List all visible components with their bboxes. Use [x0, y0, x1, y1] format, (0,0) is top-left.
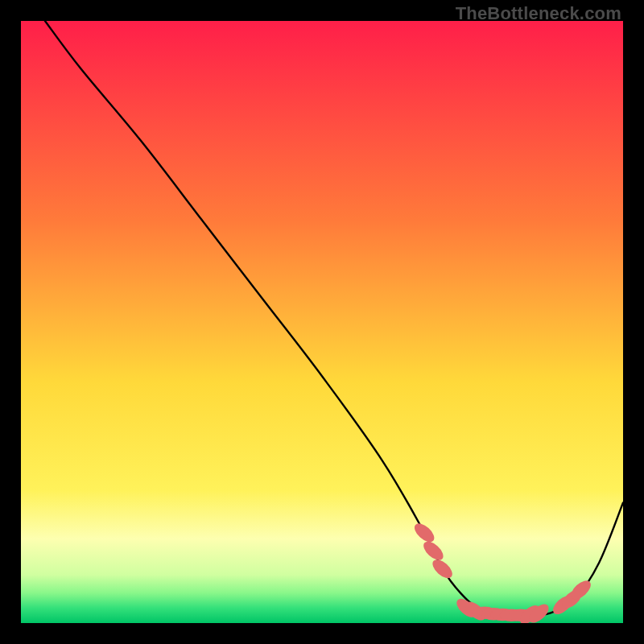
- plot-svg: [21, 21, 623, 623]
- gradient-background: [21, 21, 623, 623]
- plot-area: [21, 21, 623, 623]
- watermark-label: TheBottleneck.com: [456, 3, 621, 24]
- chart-frame: TheBottleneck.com: [0, 0, 644, 644]
